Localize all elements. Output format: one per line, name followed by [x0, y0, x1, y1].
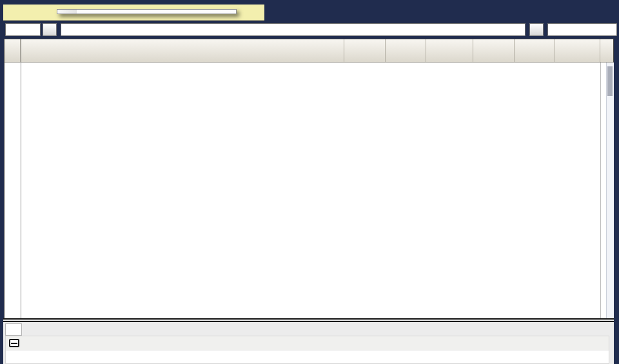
- summary-header[interactable]: [6, 336, 609, 350]
- line-number-field[interactable]: [5, 23, 41, 36]
- column-header-rate[interactable]: [386, 39, 426, 62]
- column-header-filler: [600, 39, 613, 62]
- org-chart-icon: [8, 7, 19, 17]
- tab-attachment[interactable]: [43, 323, 59, 336]
- collapse-box-icon[interactable]: [9, 339, 19, 347]
- sheet-button-left[interactable]: [43, 23, 57, 36]
- table-header: [5, 39, 613, 62]
- tab-text-style[interactable]: [5, 323, 22, 336]
- description-field[interactable]: [61, 23, 526, 36]
- menu-icon-gutter: [57, 10, 77, 14]
- scrollbar-thumb[interactable]: [607, 66, 613, 96]
- tab-image[interactable]: [25, 323, 41, 336]
- table-body: [5, 62, 613, 318]
- column-header-icon[interactable]: [5, 39, 21, 62]
- sheet-button-right[interactable]: [529, 23, 544, 36]
- toolbar: [0, 21, 619, 38]
- column-header-quant[interactable]: [344, 39, 386, 62]
- total-amount-field[interactable]: [547, 23, 617, 36]
- detail-panel: [3, 322, 614, 364]
- column-header-offer1-quant1[interactable]: [473, 39, 515, 62]
- column-header-amount[interactable]: [426, 39, 473, 62]
- column-header-offer1-rate1[interactable]: [515, 39, 555, 62]
- summary-panel: [5, 336, 609, 364]
- app-window: [0, 0, 619, 364]
- context-menu: [57, 9, 237, 14]
- vertical-scrollbar[interactable]: [606, 62, 614, 318]
- column-divider: [21, 39, 21, 318]
- budget-table: [4, 39, 614, 319]
- column-header-code[interactable]: [21, 39, 344, 62]
- table-right-edge: [600, 62, 601, 318]
- column-header-offer1-amount1[interactable]: [555, 39, 600, 62]
- summary-text: [6, 350, 609, 354]
